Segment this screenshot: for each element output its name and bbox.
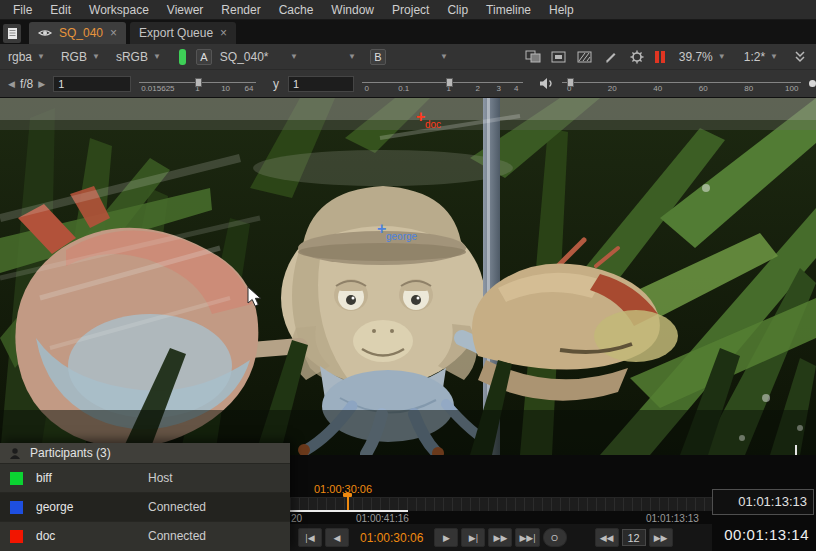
marker-doc: + doc	[416, 112, 441, 130]
menu-window[interactable]: Window	[322, 0, 383, 20]
participants-title: Participants (3)	[30, 446, 111, 460]
timeline-ruler[interactable]	[290, 497, 712, 511]
display-dropdown[interactable]: RGB▼	[57, 48, 104, 66]
volume-slider-handle[interactable]	[567, 78, 574, 87]
wipe-mode-dropdown[interactable]: ▼	[340, 50, 360, 63]
current-timecode[interactable]: 01:00:30:06	[352, 531, 431, 545]
gamma-label: y	[270, 77, 282, 91]
channels-dropdown[interactable]: rgba▼	[4, 48, 49, 66]
crab-scene-image	[0, 98, 816, 455]
fstop-prev-icon[interactable]: ◀	[6, 79, 17, 89]
fullscreen-icon[interactable]	[551, 49, 567, 65]
frame-back-button[interactable]: ◀	[325, 528, 349, 547]
play-button[interactable]: ▶	[434, 528, 458, 547]
menu-project[interactable]: Project	[383, 0, 438, 20]
speaker-icon[interactable]	[539, 76, 554, 92]
participant-row-george[interactable]: george Connected	[0, 492, 290, 521]
loop-button[interactable]: O	[543, 528, 567, 547]
chevron-down-icon: ▼	[37, 52, 45, 61]
menu-cache[interactable]: Cache	[270, 0, 323, 20]
go-to-start-button[interactable]: |◀	[298, 528, 322, 547]
participant-row-biff[interactable]: biff Host	[0, 463, 290, 492]
tab-label: Export Queue	[139, 26, 213, 40]
frame-forward-button[interactable]: ▶|	[461, 528, 485, 547]
application-window: File Edit Workspace Viewer Render Cache …	[0, 0, 816, 551]
tab-sq040[interactable]: SQ_040 ×	[29, 22, 126, 44]
ruler-label-start: 20	[291, 513, 302, 524]
participants-panel: Participants (3) biff Host george Connec…	[0, 443, 290, 551]
tab-close-icon[interactable]: ×	[110, 27, 117, 39]
menu-render[interactable]: Render	[212, 0, 269, 20]
playhead-line[interactable]	[347, 496, 349, 511]
fast-forward-button[interactable]: ▶▶	[488, 528, 512, 547]
jump-forward-button[interactable]: ▶▶	[649, 528, 673, 547]
pause-render-icon[interactable]	[655, 51, 665, 63]
menu-viewer[interactable]: Viewer	[158, 0, 212, 20]
double-chevron-icon[interactable]	[792, 49, 808, 65]
participant-row-doc[interactable]: doc Connected	[0, 521, 290, 550]
gain-slider[interactable]: 0.015625 1 10 64	[139, 73, 256, 95]
menu-file[interactable]: File	[4, 0, 41, 20]
chevron-down-icon: ▼	[440, 52, 448, 61]
menu-timeline[interactable]: Timeline	[477, 0, 540, 20]
colorspace-value: sRGB	[116, 50, 148, 64]
gamma-input[interactable]	[288, 76, 354, 92]
gamma-slider[interactable]: 0 0.1 1 2 3 4	[362, 73, 523, 95]
gamma-tick: 0.1	[398, 84, 409, 93]
gain-input[interactable]	[53, 76, 131, 92]
volume-slider[interactable]: 0 20 40 60 80 100	[562, 73, 801, 95]
layout-compare-icon[interactable]	[525, 49, 541, 65]
chevron-down-icon: ▼	[153, 52, 161, 61]
gamma-slider-handle[interactable]	[446, 78, 453, 87]
input-a-chip[interactable]: A	[196, 49, 212, 65]
settings-gear-icon[interactable]	[629, 49, 645, 65]
menu-clip[interactable]: Clip	[438, 0, 477, 20]
gain-slider-handle[interactable]	[195, 78, 202, 87]
viewer-toolbar-right: 39.7%▼ 1:2*▼	[525, 48, 812, 66]
colorspace-dropdown[interactable]: sRGB▼	[112, 48, 165, 66]
mask-overlay-icon[interactable]	[577, 49, 593, 65]
ruler-label-end: 01:01:13:13	[646, 513, 699, 524]
exposure-row: ◀ f/8 ▶ 0.015625 1 10 64 y 0 0.1 1 2 3 4	[0, 70, 816, 98]
chevron-down-icon: ▼	[770, 52, 778, 61]
menu-edit[interactable]: Edit	[41, 0, 80, 20]
proxy-dropdown[interactable]: 1:2*▼	[740, 48, 782, 66]
tab-bar: SQ_040 × Export Queue ×	[0, 20, 816, 44]
participant-name: george	[36, 500, 148, 514]
gain-tick: 0.015625	[141, 84, 174, 93]
marker-label: doc	[425, 120, 441, 130]
jump-back-button[interactable]: ◀◀	[595, 528, 619, 547]
eye-icon	[38, 28, 52, 38]
participant-status: Connected	[148, 529, 206, 543]
viewer-playhead-tick	[795, 445, 797, 455]
duration-display: 00:01:13:14	[700, 526, 812, 543]
viewer-toolbar: rgba▼ RGB▼ sRGB▼ A SQ_040*▼ ▼ B ▼	[0, 44, 816, 70]
input-a-dropdown[interactable]: SQ_040*▼	[216, 48, 302, 66]
fstop-next-icon[interactable]: ▶	[36, 79, 47, 89]
volume-tick: 20	[608, 84, 617, 93]
chevron-down-icon: ▼	[348, 52, 356, 61]
tab-close-icon[interactable]: ×	[220, 27, 227, 39]
ruler-label-mid: 01:00:41:16	[356, 513, 409, 524]
menu-workspace[interactable]: Workspace	[80, 0, 158, 20]
viewer-canvas[interactable]: + doc + george	[0, 98, 816, 455]
person-icon	[9, 447, 21, 459]
volume-tick: 100	[785, 84, 798, 93]
marker-george: + george	[377, 224, 417, 242]
out-timecode-display[interactable]: 01:01:13:13	[712, 489, 814, 515]
annotate-pen-icon[interactable]	[603, 49, 619, 65]
menu-bar: File Edit Workspace Viewer Render Cache …	[0, 0, 816, 20]
cache-progress-line	[290, 510, 408, 512]
volume-tick: 60	[699, 84, 708, 93]
zoom-dropdown[interactable]: 39.7%▼	[675, 48, 730, 66]
input-b-chip[interactable]: B	[370, 49, 386, 65]
fps-value[interactable]: 12	[622, 529, 646, 546]
channels-value: rgba	[8, 50, 32, 64]
panel-icon[interactable]	[3, 24, 21, 43]
input-b-dropdown[interactable]: ▼	[390, 50, 452, 63]
go-to-end-button[interactable]: ▶▶|	[515, 528, 539, 547]
tab-export-queue[interactable]: Export Queue ×	[130, 22, 236, 44]
menu-help[interactable]: Help	[540, 0, 583, 20]
audio-indicator-dot	[809, 80, 816, 87]
gamma-tick: 0	[365, 84, 369, 93]
